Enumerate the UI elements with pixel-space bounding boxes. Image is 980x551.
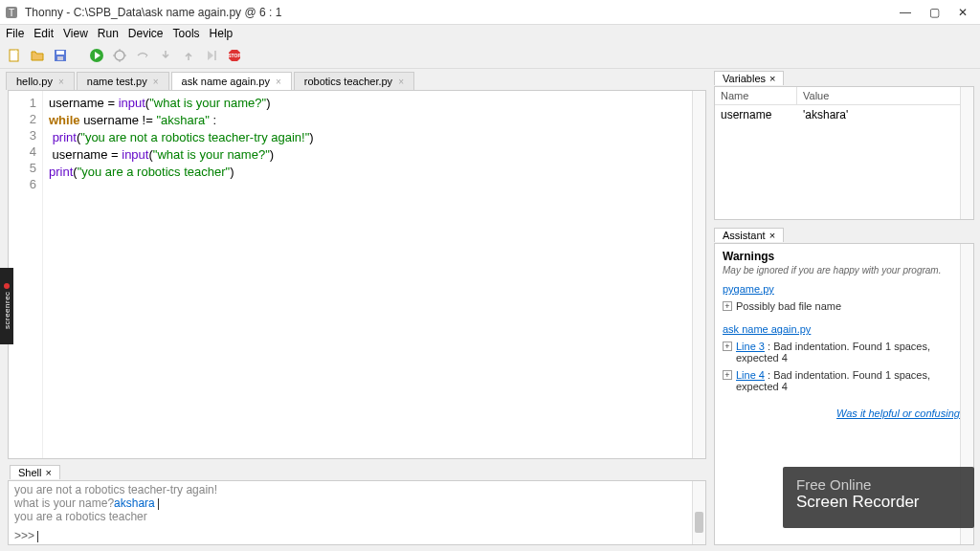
expand-icon[interactable]: + [723,342,732,351]
menu-help[interactable]: Help [210,27,234,40]
code-content[interactable]: username = input("what is your name?") w… [43,91,705,458]
resume-icon[interactable] [203,47,220,64]
save-icon[interactable] [52,47,69,64]
shell-panel[interactable]: you are not a robotics teacher-try again… [8,480,706,545]
maximize-button[interactable]: ▢ [928,7,940,18]
menu-view[interactable]: View [63,27,88,40]
close-icon[interactable]: × [45,467,51,478]
close-icon[interactable]: × [276,77,281,87]
tab-robotics-teacher[interactable]: robotics teacher.py× [294,72,414,90]
expand-icon[interactable]: + [723,301,732,311]
warning-item[interactable]: +Line 3 : Bad indentation. Found 1 space… [723,341,966,364]
file-link-pygame[interactable]: pygame.py [723,283,774,295]
shell-tab[interactable]: Shell× [10,465,60,479]
debug-icon[interactable] [111,47,128,64]
close-icon[interactable]: × [153,77,159,87]
menu-file[interactable]: File [6,27,24,40]
var-col-name[interactable]: Name [715,87,797,104]
step-into-icon[interactable] [157,47,174,64]
expand-icon[interactable]: + [723,370,732,380]
svg-text:STOP: STOP [228,53,241,58]
minimize-button[interactable]: — [900,7,911,18]
close-icon[interactable]: × [769,230,775,241]
screenrec-badge[interactable]: screenrec [0,268,13,344]
svg-rect-5 [57,56,63,60]
line-gutter: 123456 [9,91,43,458]
menubar: File Edit View Run Device Tools Help [0,25,980,42]
svg-text:T: T [9,8,14,18]
line-link[interactable]: Line 4 [736,369,765,381]
assistant-tab[interactable]: Assistant× [714,228,784,242]
svg-point-7 [115,51,124,60]
variables-tab[interactable]: Variables× [714,71,784,85]
feedback-link[interactable]: Was it helpful or confusing? [836,408,966,419]
var-row[interactable]: username 'akshara' [715,105,973,124]
step-out-icon[interactable] [180,47,197,64]
variables-panel: Name Value username 'akshara' [714,86,974,220]
close-icon[interactable]: × [398,77,404,87]
file-link-ask-name[interactable]: ask name again.py [723,323,811,335]
svg-rect-8 [214,51,216,60]
screen-recorder-overlay: Free Online Screen Recorder [783,467,974,528]
stop-icon[interactable]: STOP [226,47,243,64]
step-over-icon[interactable] [134,47,151,64]
menu-tools[interactable]: Tools [173,27,200,40]
record-icon [4,283,10,289]
app-icon: T [4,5,19,20]
titlebar: T Thonny - C:\SPB_Data\ask name again.py… [0,0,980,25]
new-file-icon[interactable] [6,47,23,64]
code-editor[interactable]: 123456 username = input("what is your na… [8,90,706,459]
window-title: Thonny - C:\SPB_Data\ask name again.py @… [25,6,900,19]
open-file-icon[interactable] [29,47,46,64]
menu-run[interactable]: Run [98,27,119,40]
warning-item[interactable]: +Possibly bad file name [723,300,966,312]
warnings-heading: Warnings [723,250,966,263]
tab-ask-name-again[interactable]: ask name again.py× [171,72,292,90]
close-button[interactable]: ✕ [957,7,969,18]
menu-device[interactable]: Device [128,27,164,40]
editor-scrollbar[interactable] [692,91,705,458]
shell-scrollbar[interactable] [692,481,705,544]
close-icon[interactable]: × [58,77,64,87]
tab-hello[interactable]: hello.py× [6,72,75,90]
run-icon[interactable] [88,47,105,64]
toolbar: STOP [0,42,980,69]
svg-rect-4 [56,51,64,55]
editor-tabs: hello.py× name test.py× ask name again.p… [0,69,714,90]
variables-scrollbar[interactable] [960,87,973,219]
var-col-value[interactable]: Value [797,87,973,104]
menu-edit[interactable]: Edit [33,27,54,40]
line-link[interactable]: Line 3 [736,341,765,352]
warning-item[interactable]: +Line 4 : Bad indentation. Found 1 space… [723,369,966,392]
tab-name-test[interactable]: name test.py× [77,72,169,90]
close-icon[interactable]: × [769,73,775,84]
